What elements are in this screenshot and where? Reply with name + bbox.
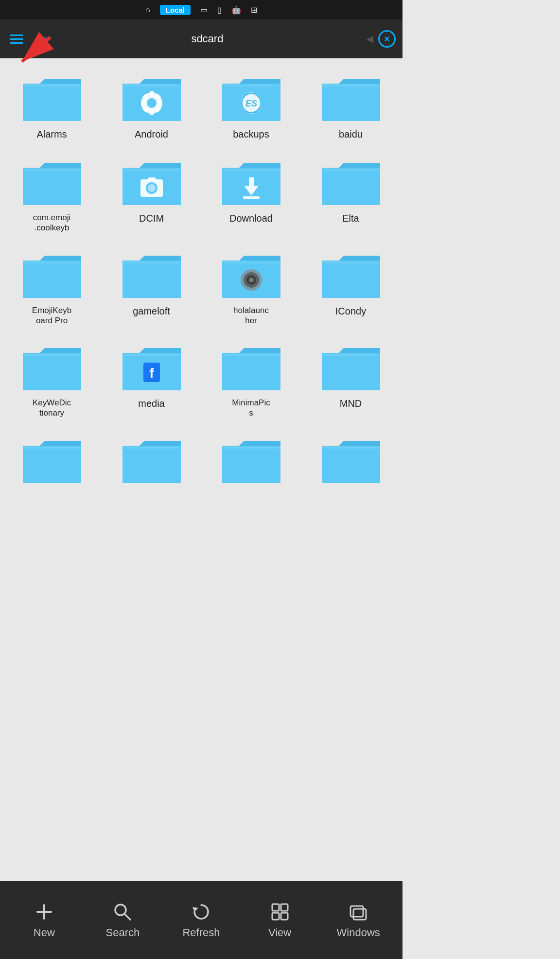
toolbar-search[interactable]: Search (84, 901, 162, 939)
toolbar-windows[interactable]: Windows (319, 901, 398, 939)
svg-rect-57 (353, 909, 366, 920)
file-grid-container: Alarms Androi (0, 58, 402, 881)
folder-emojikeyboard[interactable]: EmojiKeyboard Pro (3, 240, 101, 331)
folder-elta[interactable]: Elta (302, 147, 400, 238)
folder-label-media: media (138, 398, 164, 410)
svg-rect-36 (323, 262, 379, 263)
file-grid: Alarms Androi (0, 58, 402, 495)
svg-rect-3 (124, 85, 179, 87)
folder-keywedictionary[interactable]: KeyWeDictionary (3, 332, 101, 423)
header: / › sdcard ◀ × (0, 19, 402, 58)
folder-label-icondy: ICondy (335, 305, 366, 317)
svg-rect-37 (24, 354, 80, 356)
toolbar-new[interactable]: New (5, 901, 84, 939)
svg-rect-8 (141, 101, 146, 105)
svg-rect-55 (281, 913, 288, 920)
folder-mnd[interactable]: MND (302, 332, 400, 423)
svg-marker-51 (192, 907, 198, 912)
svg-rect-38 (124, 354, 179, 356)
svg-rect-52 (272, 904, 279, 911)
hamburger-button[interactable] (7, 32, 26, 47)
svg-rect-45 (224, 447, 279, 449)
svg-rect-30 (124, 262, 179, 263)
folder-label-elta: Elta (342, 212, 359, 225)
folder-dcim[interactable]: DCIM (103, 147, 200, 238)
svg-rect-46 (323, 447, 379, 449)
folder-alarms[interactable]: Alarms (3, 63, 101, 145)
folder-label-baidu: baidu (339, 128, 363, 140)
svg-rect-41 (224, 354, 279, 356)
tablet1-icon: ▭ (200, 5, 208, 15)
svg-rect-42 (323, 354, 379, 356)
folder-label-keywedictionary: KeyWeDictionary (33, 398, 71, 418)
svg-rect-20 (124, 169, 179, 171)
path-arrow: › (44, 32, 48, 47)
folder-partial1[interactable] (3, 425, 101, 490)
folder-gameloft[interactable]: gameloft (103, 240, 200, 331)
close-button[interactable]: × (378, 30, 396, 48)
folder-android[interactable]: Android (103, 63, 200, 145)
folder-partial2[interactable] (103, 425, 200, 490)
folder-holalauncher[interactable]: holalauncher (202, 240, 300, 331)
sort-icon: ◀ (367, 34, 373, 44)
svg-rect-31 (224, 262, 279, 263)
status-bar: ⌂ Local ▭ ▯ 🤖 ⊞ (0, 0, 402, 19)
svg-rect-9 (158, 101, 162, 105)
folder-baidu[interactable]: baidu (302, 63, 400, 145)
svg-rect-27 (243, 196, 260, 199)
folder-label-holalauncher: holalauncher (233, 305, 269, 326)
svg-point-5 (147, 98, 157, 108)
location-label: sdcard (53, 33, 362, 45)
svg-rect-19 (24, 169, 80, 171)
folder-download[interactable]: Download (202, 147, 300, 238)
folder-label-emojikeyboard: EmojiKeyboard Pro (32, 305, 71, 326)
folder-label-download: Download (229, 212, 273, 225)
toolbar-search-label: Search (106, 926, 140, 939)
svg-rect-6 (150, 91, 154, 96)
folder-label-minimapics: MinimaPics (232, 398, 270, 418)
toolbar-view[interactable]: View (241, 901, 319, 939)
toolbar-view-label: View (268, 926, 291, 939)
folder-label-android: Android (135, 128, 168, 140)
duplicate-icon: ⊞ (251, 5, 257, 15)
svg-text:ES: ES (245, 99, 257, 108)
folder-label-dcim: DCIM (139, 212, 164, 225)
folder-label-alarms: Alarms (36, 128, 67, 140)
svg-rect-7 (150, 110, 154, 115)
folder-label-com-emoji: com.emoji.coolkeyb (33, 212, 70, 233)
local-tab[interactable]: Local (160, 5, 191, 15)
folder-partial4[interactable] (302, 425, 400, 490)
svg-rect-44 (124, 447, 179, 449)
toolbar-refresh-label: Refresh (182, 926, 220, 939)
svg-rect-14 (224, 85, 279, 87)
bottom-toolbar: New Search Refresh View Windows (0, 881, 402, 959)
svg-rect-29 (24, 262, 80, 263)
toolbar-refresh[interactable]: Refresh (162, 901, 241, 939)
svg-rect-56 (350, 906, 363, 917)
svg-rect-24 (148, 177, 156, 181)
svg-rect-28 (323, 169, 379, 171)
folder-com-emoji[interactable]: com.emoji.coolkeyb (3, 147, 101, 238)
folder-backups[interactable]: ES backups (202, 63, 300, 145)
svg-rect-25 (224, 169, 279, 171)
svg-text:f: f (149, 366, 154, 381)
folder-partial3[interactable] (202, 425, 300, 490)
svg-rect-53 (281, 904, 288, 911)
folder-minimapics[interactable]: MinimaPics (202, 332, 300, 423)
svg-rect-18 (323, 85, 379, 87)
svg-rect-54 (272, 913, 279, 920)
android-icon: 🤖 (231, 5, 241, 15)
folder-label-gameloft: gameloft (133, 305, 170, 317)
toolbar-windows-label: Windows (337, 926, 380, 939)
svg-rect-2 (24, 85, 80, 87)
tablet2-icon: ▯ (217, 5, 222, 15)
path-label: / (36, 33, 39, 45)
home-icon: ⌂ (145, 5, 150, 14)
svg-line-50 (124, 914, 130, 920)
folder-media[interactable]: f media (103, 332, 200, 423)
svg-point-35 (249, 278, 254, 282)
folder-icondy[interactable]: ICondy (302, 240, 400, 331)
svg-rect-43 (24, 447, 80, 449)
svg-point-23 (148, 184, 156, 192)
folder-label-mnd: MND (340, 398, 362, 410)
